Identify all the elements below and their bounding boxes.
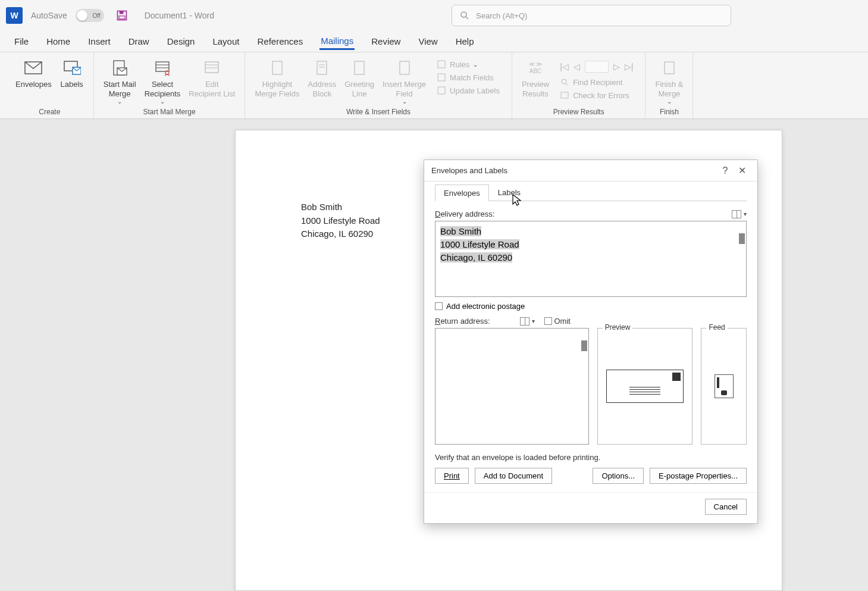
svg-rect-1 (120, 11, 124, 14)
return-address-label: Return address: ▾ Omit (435, 317, 592, 326)
group-create-label: Create (39, 108, 60, 117)
electronic-postage-checkbox[interactable]: Add electronic postage (435, 302, 747, 311)
tab-layout[interactable]: Layout (211, 34, 240, 49)
finish-merge-button[interactable]: Finish & Merge⌄ (651, 56, 687, 108)
options-button[interactable]: Options... (593, 468, 644, 484)
tab-review[interactable]: Review (370, 34, 402, 49)
group-smm-label: Start Mail Merge (143, 108, 196, 117)
feed-title: Feed (706, 323, 727, 332)
tab-view[interactable]: View (417, 34, 438, 49)
chevron-down-icon: ⌄ (402, 98, 407, 105)
svg-point-3 (461, 12, 466, 17)
word-logo-icon: W (6, 7, 23, 24)
svg-rect-29 (665, 62, 674, 74)
toggle-knob-icon (77, 10, 87, 21)
envelope-preview[interactable]: Preview (597, 328, 693, 445)
search-input[interactable]: Search (Alt+Q) (452, 5, 731, 26)
tab-design[interactable]: Design (166, 34, 196, 49)
insert-merge-field-button[interactable]: Insert Merge Field⌄ (379, 56, 430, 108)
check-errors-button[interactable]: Check for Errors (557, 89, 635, 101)
highlight-label: Highlight Merge Fields (255, 80, 299, 98)
tab-help[interactable]: Help (455, 34, 475, 49)
search-icon (459, 10, 470, 21)
address-book-icon[interactable] (732, 210, 741, 218)
return-address-input[interactable] (435, 328, 589, 445)
preview-icon: ≪ ≫ABC (526, 58, 545, 77)
tab-mailings[interactable]: Mailings (319, 33, 355, 50)
greeting-line-button[interactable]: Greeting Line (341, 56, 378, 101)
chevron-down-icon: ⌄ (473, 61, 478, 68)
finish-icon (660, 58, 679, 77)
preview-results-button[interactable]: ≪ ≫ABCPreview Results (518, 56, 553, 101)
match-icon (437, 73, 446, 82)
feed-panel[interactable]: Feed (701, 328, 747, 445)
document-title: Document1 - Word (145, 11, 214, 20)
doc-line-1: Bob Smith (301, 201, 380, 214)
address-book-icon[interactable] (520, 317, 529, 326)
start-mail-merge-button[interactable]: Start Mail Merge⌄ (100, 56, 140, 108)
update-labels-button[interactable]: Update Labels (434, 85, 502, 96)
prev-record-icon[interactable]: ◁ (574, 62, 580, 71)
last-record-icon[interactable]: ▷| (625, 62, 634, 71)
title-bar: W AutoSave Off Document1 - Word Search (… (0, 0, 868, 31)
add-to-document-button[interactable]: Add to Document (475, 468, 552, 484)
close-button[interactable]: ✕ (734, 162, 750, 179)
insert-field-label: Insert Merge Field (383, 80, 426, 98)
scrollbar-thumb[interactable] (581, 340, 587, 351)
start-mail-merge-label: Start Mail Merge (104, 80, 136, 98)
rules-icon (437, 60, 446, 69)
epostage-properties-button[interactable]: E-postage Properties... (650, 468, 747, 484)
tab-labels-dialog[interactable]: Labels (489, 184, 529, 201)
print-button[interactable]: Print (435, 468, 469, 484)
tab-home[interactable]: Home (45, 34, 71, 49)
select-recipients-button[interactable]: Select Recipients⌄ (141, 56, 184, 108)
ribbon-group-preview: ≪ ≫ABCPreview Results |◁ ◁ ▷ ▷| Find Rec… (512, 52, 646, 118)
tab-insert[interactable]: Insert (87, 34, 112, 49)
svg-rect-23 (438, 61, 445, 68)
chevron-down-icon: ⌄ (117, 98, 122, 105)
labels-button[interactable]: Labels (57, 56, 87, 92)
save-icon[interactable] (116, 10, 128, 21)
address-block-button[interactable]: Address Block (305, 56, 340, 101)
svg-rect-25 (438, 87, 445, 94)
edit-recipient-label: Edit Recipient List (189, 80, 235, 98)
omit-checkbox[interactable] (544, 317, 552, 325)
delivery-address-input[interactable]: Bob Smith 1000 Lifestyle Road Chicago, I… (435, 221, 747, 297)
record-counter-input[interactable] (585, 61, 609, 73)
update-icon (437, 86, 446, 95)
select-recipients-label: Select Recipients (145, 80, 181, 98)
delivery-address-label: Delivery address: ▾ (435, 209, 747, 218)
svg-rect-22 (400, 61, 409, 74)
tab-draw[interactable]: Draw (127, 34, 151, 49)
chevron-down-icon[interactable]: ▾ (532, 318, 535, 324)
mail-merge-icon (110, 58, 129, 77)
find-recipient-button[interactable]: Find Recipient (557, 76, 635, 88)
scrollbar-thumb[interactable] (739, 233, 745, 244)
rules-button[interactable]: Rules⌄ (434, 58, 502, 70)
autosave-toggle[interactable]: Off (76, 9, 104, 22)
edit-list-icon (202, 58, 221, 77)
svg-rect-24 (438, 74, 445, 81)
cancel-button[interactable]: Cancel (705, 499, 747, 515)
first-record-icon[interactable]: |◁ (560, 62, 569, 71)
next-record-icon[interactable]: ▷ (613, 62, 620, 71)
insert-field-icon (395, 58, 414, 77)
ribbon-group-create: Envelopes Labels Create (6, 52, 94, 118)
dialog-titlebar[interactable]: Envelopes and Labels ? ✕ (424, 160, 757, 182)
match-fields-button[interactable]: Match Fields (434, 71, 502, 83)
highlight-icon (268, 58, 287, 77)
group-wif-label: Write & Insert Fields (346, 108, 411, 117)
edit-recipient-list-button[interactable]: Edit Recipient List (185, 56, 239, 101)
omit-label: Omit (554, 317, 571, 326)
delivery-line-3: Chicago, IL 60290 (440, 252, 512, 262)
tab-references[interactable]: References (256, 34, 304, 49)
tab-envelopes-dialog[interactable]: Envelopes (435, 185, 489, 201)
envelopes-button[interactable]: Envelopes (12, 56, 55, 92)
chevron-down-icon[interactable]: ▾ (744, 211, 747, 217)
highlight-merge-fields-button[interactable]: Highlight Merge Fields (251, 56, 303, 101)
envelopes-label: Envelopes (15, 80, 52, 89)
help-button[interactable]: ? (717, 162, 734, 179)
group-preview-label: Preview Results (553, 108, 604, 117)
envelopes-labels-dialog: Envelopes and Labels ? ✕ Envelopes Label… (424, 160, 758, 524)
tab-file[interactable]: File (13, 34, 30, 49)
